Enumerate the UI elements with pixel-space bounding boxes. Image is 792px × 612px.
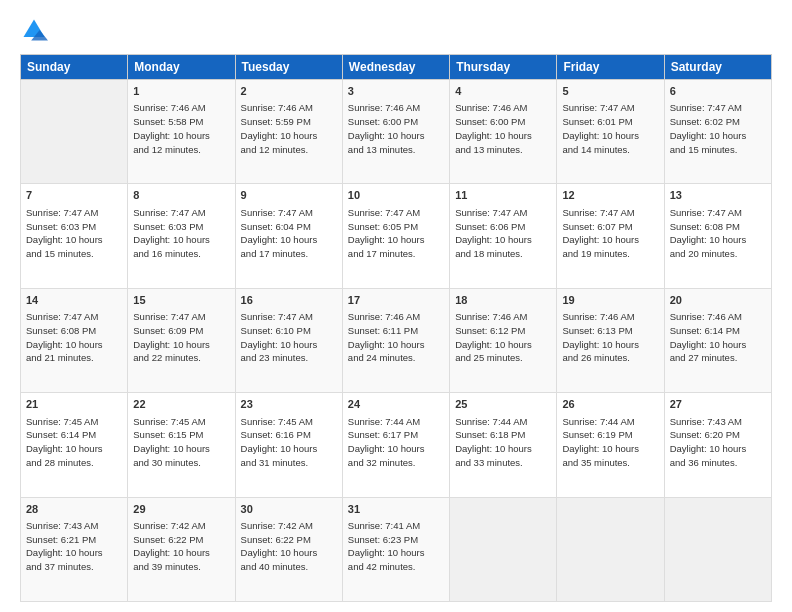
calendar-cell: 29Sunrise: 7:42 AMSunset: 6:22 PMDayligh…: [128, 497, 235, 601]
week-row-1: 7Sunrise: 7:47 AMSunset: 6:03 PMDaylight…: [21, 184, 772, 288]
calendar-cell: [450, 497, 557, 601]
week-row-3: 21Sunrise: 7:45 AMSunset: 6:14 PMDayligh…: [21, 393, 772, 497]
cell-info: Sunrise: 7:47 AMSunset: 6:04 PMDaylight:…: [241, 206, 337, 261]
cell-info: Sunrise: 7:44 AMSunset: 6:18 PMDaylight:…: [455, 415, 551, 470]
cell-info: Sunrise: 7:46 AMSunset: 6:13 PMDaylight:…: [562, 310, 658, 365]
day-number: 31: [348, 502, 444, 517]
logo: [20, 16, 50, 44]
calendar-cell: [21, 80, 128, 184]
calendar-cell: 7Sunrise: 7:47 AMSunset: 6:03 PMDaylight…: [21, 184, 128, 288]
calendar-cell: 11Sunrise: 7:47 AMSunset: 6:06 PMDayligh…: [450, 184, 557, 288]
calendar-cell: 22Sunrise: 7:45 AMSunset: 6:15 PMDayligh…: [128, 393, 235, 497]
day-number: 4: [455, 84, 551, 99]
calendar-cell: 20Sunrise: 7:46 AMSunset: 6:14 PMDayligh…: [664, 288, 771, 392]
cell-info: Sunrise: 7:46 AMSunset: 5:58 PMDaylight:…: [133, 101, 229, 156]
day-number: 12: [562, 188, 658, 203]
calendar-cell: 3Sunrise: 7:46 AMSunset: 6:00 PMDaylight…: [342, 80, 449, 184]
calendar-cell: 31Sunrise: 7:41 AMSunset: 6:23 PMDayligh…: [342, 497, 449, 601]
calendar-cell: 24Sunrise: 7:44 AMSunset: 6:17 PMDayligh…: [342, 393, 449, 497]
day-number: 15: [133, 293, 229, 308]
cell-info: Sunrise: 7:46 AMSunset: 6:00 PMDaylight:…: [455, 101, 551, 156]
page: SundayMondayTuesdayWednesdayThursdayFrid…: [0, 0, 792, 612]
cell-info: Sunrise: 7:44 AMSunset: 6:17 PMDaylight:…: [348, 415, 444, 470]
day-number: 7: [26, 188, 122, 203]
cell-info: Sunrise: 7:46 AMSunset: 5:59 PMDaylight:…: [241, 101, 337, 156]
cell-info: Sunrise: 7:47 AMSunset: 6:05 PMDaylight:…: [348, 206, 444, 261]
day-number: 11: [455, 188, 551, 203]
day-number: 23: [241, 397, 337, 412]
col-header-saturday: Saturday: [664, 55, 771, 80]
col-header-sunday: Sunday: [21, 55, 128, 80]
day-number: 22: [133, 397, 229, 412]
cell-info: Sunrise: 7:45 AMSunset: 6:16 PMDaylight:…: [241, 415, 337, 470]
calendar-cell: 10Sunrise: 7:47 AMSunset: 6:05 PMDayligh…: [342, 184, 449, 288]
day-number: 17: [348, 293, 444, 308]
calendar-cell: 28Sunrise: 7:43 AMSunset: 6:21 PMDayligh…: [21, 497, 128, 601]
col-header-friday: Friday: [557, 55, 664, 80]
cell-info: Sunrise: 7:47 AMSunset: 6:03 PMDaylight:…: [133, 206, 229, 261]
cell-info: Sunrise: 7:43 AMSunset: 6:21 PMDaylight:…: [26, 519, 122, 574]
calendar-cell: 30Sunrise: 7:42 AMSunset: 6:22 PMDayligh…: [235, 497, 342, 601]
header-row: SundayMondayTuesdayWednesdayThursdayFrid…: [21, 55, 772, 80]
calendar-cell: 18Sunrise: 7:46 AMSunset: 6:12 PMDayligh…: [450, 288, 557, 392]
cell-info: Sunrise: 7:45 AMSunset: 6:14 PMDaylight:…: [26, 415, 122, 470]
week-row-0: 1Sunrise: 7:46 AMSunset: 5:58 PMDaylight…: [21, 80, 772, 184]
day-number: 13: [670, 188, 766, 203]
day-number: 25: [455, 397, 551, 412]
day-number: 19: [562, 293, 658, 308]
calendar-cell: 6Sunrise: 7:47 AMSunset: 6:02 PMDaylight…: [664, 80, 771, 184]
calendar-cell: 14Sunrise: 7:47 AMSunset: 6:08 PMDayligh…: [21, 288, 128, 392]
col-header-monday: Monday: [128, 55, 235, 80]
header: [20, 16, 772, 44]
calendar-cell: 12Sunrise: 7:47 AMSunset: 6:07 PMDayligh…: [557, 184, 664, 288]
logo-icon: [20, 16, 48, 44]
calendar-cell: 21Sunrise: 7:45 AMSunset: 6:14 PMDayligh…: [21, 393, 128, 497]
day-number: 3: [348, 84, 444, 99]
calendar-cell: 25Sunrise: 7:44 AMSunset: 6:18 PMDayligh…: [450, 393, 557, 497]
cell-info: Sunrise: 7:47 AMSunset: 6:06 PMDaylight:…: [455, 206, 551, 261]
day-number: 21: [26, 397, 122, 412]
calendar-cell: 16Sunrise: 7:47 AMSunset: 6:10 PMDayligh…: [235, 288, 342, 392]
cell-info: Sunrise: 7:47 AMSunset: 6:02 PMDaylight:…: [670, 101, 766, 156]
cell-info: Sunrise: 7:47 AMSunset: 6:01 PMDaylight:…: [562, 101, 658, 156]
calendar-cell: 19Sunrise: 7:46 AMSunset: 6:13 PMDayligh…: [557, 288, 664, 392]
calendar-cell: 23Sunrise: 7:45 AMSunset: 6:16 PMDayligh…: [235, 393, 342, 497]
cell-info: Sunrise: 7:47 AMSunset: 6:08 PMDaylight:…: [26, 310, 122, 365]
cell-info: Sunrise: 7:47 AMSunset: 6:03 PMDaylight:…: [26, 206, 122, 261]
calendar-cell: 17Sunrise: 7:46 AMSunset: 6:11 PMDayligh…: [342, 288, 449, 392]
day-number: 2: [241, 84, 337, 99]
week-row-4: 28Sunrise: 7:43 AMSunset: 6:21 PMDayligh…: [21, 497, 772, 601]
day-number: 9: [241, 188, 337, 203]
calendar-cell: [557, 497, 664, 601]
cell-info: Sunrise: 7:47 AMSunset: 6:08 PMDaylight:…: [670, 206, 766, 261]
cell-info: Sunrise: 7:42 AMSunset: 6:22 PMDaylight:…: [133, 519, 229, 574]
day-number: 30: [241, 502, 337, 517]
cell-info: Sunrise: 7:45 AMSunset: 6:15 PMDaylight:…: [133, 415, 229, 470]
cell-info: Sunrise: 7:47 AMSunset: 6:07 PMDaylight:…: [562, 206, 658, 261]
day-number: 1: [133, 84, 229, 99]
calendar-cell: 9Sunrise: 7:47 AMSunset: 6:04 PMDaylight…: [235, 184, 342, 288]
cell-info: Sunrise: 7:46 AMSunset: 6:12 PMDaylight:…: [455, 310, 551, 365]
cell-info: Sunrise: 7:46 AMSunset: 6:11 PMDaylight:…: [348, 310, 444, 365]
calendar-cell: 8Sunrise: 7:47 AMSunset: 6:03 PMDaylight…: [128, 184, 235, 288]
col-header-thursday: Thursday: [450, 55, 557, 80]
cell-info: Sunrise: 7:46 AMSunset: 6:00 PMDaylight:…: [348, 101, 444, 156]
calendar-cell: 5Sunrise: 7:47 AMSunset: 6:01 PMDaylight…: [557, 80, 664, 184]
cell-info: Sunrise: 7:43 AMSunset: 6:20 PMDaylight:…: [670, 415, 766, 470]
day-number: 18: [455, 293, 551, 308]
calendar-cell: 27Sunrise: 7:43 AMSunset: 6:20 PMDayligh…: [664, 393, 771, 497]
day-number: 14: [26, 293, 122, 308]
day-number: 26: [562, 397, 658, 412]
day-number: 16: [241, 293, 337, 308]
calendar-cell: 13Sunrise: 7:47 AMSunset: 6:08 PMDayligh…: [664, 184, 771, 288]
col-header-tuesday: Tuesday: [235, 55, 342, 80]
calendar-cell: 26Sunrise: 7:44 AMSunset: 6:19 PMDayligh…: [557, 393, 664, 497]
col-header-wednesday: Wednesday: [342, 55, 449, 80]
day-number: 29: [133, 502, 229, 517]
week-row-2: 14Sunrise: 7:47 AMSunset: 6:08 PMDayligh…: [21, 288, 772, 392]
calendar-cell: 4Sunrise: 7:46 AMSunset: 6:00 PMDaylight…: [450, 80, 557, 184]
cell-info: Sunrise: 7:42 AMSunset: 6:22 PMDaylight:…: [241, 519, 337, 574]
cell-info: Sunrise: 7:47 AMSunset: 6:10 PMDaylight:…: [241, 310, 337, 365]
day-number: 6: [670, 84, 766, 99]
day-number: 8: [133, 188, 229, 203]
